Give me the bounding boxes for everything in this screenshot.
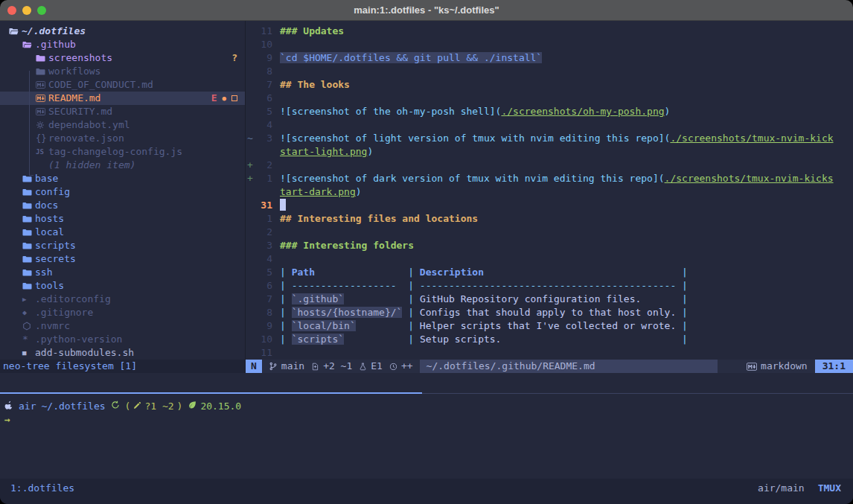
tree-item-readme-md[interactable]: README.mdE●: [0, 92, 245, 105]
tree-item-python-version[interactable]: *.python-version: [0, 333, 245, 346]
git-branch-icon: [269, 362, 278, 371]
tree-item-github[interactable]: .github: [0, 38, 245, 51]
text-segment-punct: ): [665, 106, 671, 117]
untracked-icon: ?: [231, 51, 237, 65]
editor-line[interactable]: 2: [246, 226, 853, 239]
line-text: ### Updates: [280, 25, 344, 38]
tree-item-tag-changelog-config-js[interactable]: JStag-changelog-config.js: [0, 145, 245, 159]
tree-item-workflows[interactable]: workflows: [0, 65, 245, 78]
clock-icon: [389, 363, 397, 371]
sign-column: [246, 25, 255, 38]
pane-border[interactable]: [0, 392, 853, 394]
line-number: 5: [255, 105, 272, 118]
tree-item-dotfiles[interactable]: ~/.dotfiles: [0, 25, 245, 38]
tree-item-base[interactable]: base: [0, 172, 245, 185]
tree-item-label: ~/.dotfiles: [22, 25, 86, 38]
editor-line[interactable]: start-light.png): [246, 145, 853, 159]
tree-item-renovate-json[interactable]: {}renovate.json: [0, 132, 245, 145]
line-number: 11: [255, 346, 272, 360]
tree-item-marks: E●: [211, 92, 245, 105]
sign-column: [246, 105, 255, 118]
editor-line[interactable]: 4: [246, 252, 853, 266]
tree-item-add-submodules-sh[interactable]: ■add-submodules.sh: [0, 346, 245, 360]
text-segment-plain: [501, 334, 676, 345]
editor-line[interactable]: 8: [246, 65, 853, 78]
editor-line[interactable]: tart-dark.png): [246, 185, 853, 199]
tree-item-secrets[interactable]: secrets: [0, 252, 245, 266]
editor-line[interactable]: 7## The looks: [246, 78, 853, 92]
editor-line[interactable]: 3### Interesting folders: [246, 239, 853, 252]
editor-buffer[interactable]: 11### Updates109`cd $HOME/.dotfiles && g…: [246, 21, 853, 360]
text-segment-th: Description: [420, 267, 484, 278]
editor-line[interactable]: +1![screenshot of dark version of tmux w…: [246, 172, 853, 185]
editor-line[interactable]: +2: [246, 159, 853, 172]
editor-line[interactable]: 7| `.github` | GitHub Repository configu…: [246, 293, 853, 306]
line-text: ## The looks: [280, 78, 350, 92]
text-segment-cell: Setup scripts.: [420, 334, 502, 345]
sign-column: [246, 118, 255, 132]
folder-open-icon: [9, 27, 22, 36]
folder-closed-icon: [22, 241, 35, 251]
editor-line[interactable]: 1## Interesting files and locations: [246, 212, 853, 226]
editor-line[interactable]: 6| ------------------ | ----------------…: [246, 279, 853, 293]
tree-item-screenshots[interactable]: screenshots?: [0, 51, 245, 65]
statusline: N main +2 ~1 E1 ++ ~/.dotfiles/.github/R…: [246, 360, 853, 373]
tree-item-local[interactable]: local: [0, 226, 245, 239]
editor-line[interactable]: 11### Updates: [246, 25, 853, 38]
text-segment-cell: GitHub Repository configuration files.: [420, 293, 641, 304]
gitsign-add: +: [246, 159, 255, 172]
text-segment-h2: ## The looks: [280, 79, 350, 90]
editor-line[interactable]: 5| Path | Description |: [246, 266, 853, 279]
line-number: 5: [255, 266, 272, 279]
tmux-window-tab[interactable]: 1:.dotfiles: [10, 482, 74, 495]
editor-line[interactable]: 10: [246, 38, 853, 51]
tree-item-ssh[interactable]: ssh: [0, 266, 245, 279]
javascript-icon: JS: [36, 145, 48, 159]
editor-line[interactable]: 10| `scripts` | Setup scripts. |: [246, 333, 853, 346]
tree-item-docs[interactable]: docs: [0, 199, 245, 212]
editor-line[interactable]: 4: [246, 118, 853, 132]
line-text: `cd $HOME/.dotfiles && git pull && ./ins…: [280, 51, 542, 65]
editor-line[interactable]: 5![screenshot of the oh-my-posh shell](.…: [246, 105, 853, 118]
tree-item-tools[interactable]: tools: [0, 279, 245, 293]
editor-line[interactable]: 6: [246, 92, 853, 105]
git-branch-segment: main: [269, 360, 304, 373]
nvim-cmdline: [0, 373, 853, 386]
tree-item-gitignore[interactable]: ◆.gitignore: [0, 306, 245, 319]
editor-line[interactable]: ~3![screenshot of light version of tmux …: [246, 132, 853, 145]
tree-item-security-md[interactable]: SECURITY.md: [0, 105, 245, 118]
tree-item-hosts[interactable]: hosts: [0, 212, 245, 226]
line-text: ![screenshot of light version of tmux wi…: [280, 132, 834, 145]
line-text: | `.github` | GitHub Repository configur…: [280, 293, 688, 306]
editor-line[interactable]: 31: [246, 199, 853, 212]
tree-item-nvmrc[interactable]: .nvmrc: [0, 319, 245, 333]
line-text: start-light.png): [280, 145, 373, 159]
shell-prompt[interactable]: air ~/.dotfiles (?1 ~2) 20.15.0: [0, 400, 853, 413]
line-text: ## Interesting files and locations: [280, 212, 478, 226]
editor-line[interactable]: 8| `hosts/{hostname}/` | Configs that sh…: [246, 306, 853, 319]
tree-item-code-of-conduct-md[interactable]: CODE_OF_CONDUCT.md: [0, 78, 245, 92]
terminal-content: ~/.dotfiles.githubscreenshots?workflowsC…: [0, 21, 853, 504]
tree-item-scripts[interactable]: scripts: [0, 239, 245, 252]
tree-item-editorconfig[interactable]: ▶.editorconfig: [0, 293, 245, 306]
file-diff-icon: [311, 363, 319, 371]
text-segment-pipe: |: [402, 307, 419, 318]
editor-line[interactable]: 11: [246, 346, 853, 360]
tree-item-label: add-submodules.sh: [35, 346, 134, 360]
plugin-updates-segment: ++: [389, 360, 413, 373]
tree-item-label: .gitignore: [35, 306, 93, 319]
text-segment-url: ./screenshots/oh-my-posh.png: [501, 106, 664, 117]
folder-closed-icon: [22, 255, 35, 264]
text-segment-pipe: |: [402, 293, 419, 304]
text-segment-dash: ------------------: [292, 280, 397, 291]
tree-item-config[interactable]: config: [0, 185, 245, 199]
leaf-icon: [188, 400, 197, 413]
text-segment-plain: [344, 293, 402, 304]
editor-line[interactable]: 9`cd $HOME/.dotfiles && git pull && ./in…: [246, 51, 853, 65]
folder-closed-icon: [36, 67, 48, 77]
git-changes-segment: +2 ~1: [311, 360, 352, 373]
tree-item-dependabot-yml[interactable]: dependabot.yml: [0, 118, 245, 132]
editor-line[interactable]: 9| `local/bin` | Helper scripts that I'v…: [246, 319, 853, 333]
sign-column: [246, 92, 255, 105]
flask-icon: [359, 363, 367, 371]
